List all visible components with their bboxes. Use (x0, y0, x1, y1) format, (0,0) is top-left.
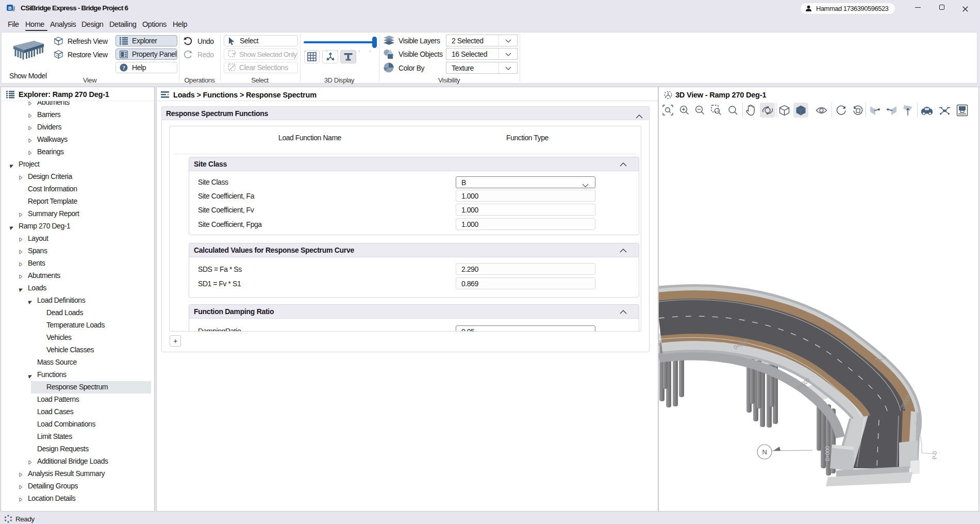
svg-text:P-0: P-0 (932, 451, 938, 460)
svg-text:N: N (762, 448, 767, 456)
svg-text:0+000: 0+000 (824, 446, 830, 461)
svg-text:B: B (8, 6, 12, 11)
svg-text:?: ? (122, 64, 125, 71)
